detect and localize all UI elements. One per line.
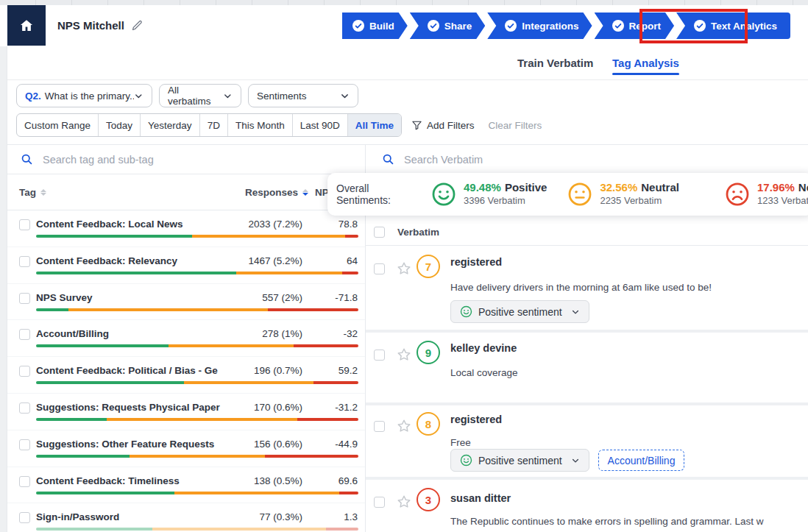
tag-row[interactable]: Content Feedback: Timeliness138 (0.5%)69…: [0, 467, 365, 504]
verbatim-search-row: [366, 145, 808, 174]
bar-negative-segment: [268, 308, 358, 311]
tag-score: 64: [347, 255, 358, 266]
date-range-all-time[interactable]: All Time: [348, 114, 401, 136]
verbatim-list-header: Verbatim: [366, 219, 808, 246]
search-icon: [21, 153, 33, 166]
respondent-name: registered: [450, 256, 502, 268]
verbatim-text: Free: [450, 437, 471, 448]
verbatim-checkbox[interactable]: [374, 263, 385, 274]
column-tag[interactable]: Tag: [19, 187, 36, 198]
tag-row[interactable]: Sign-in/Password77 (0.3%)1.3: [0, 503, 365, 532]
tag-row[interactable]: Suggestions: Other Feature Requests156 (…: [0, 430, 365, 467]
item-divider: [366, 330, 808, 333]
tag-score: -31.2: [335, 402, 358, 413]
bar-negative-segment: [326, 528, 358, 531]
favorite-star-icon[interactable]: [396, 260, 412, 280]
tab-tag-analysis[interactable]: Tag Analysis: [612, 46, 679, 79]
sentiment-percent: 32.56%: [600, 181, 637, 194]
bar-negative-segment: [265, 455, 358, 458]
clear-filters-button[interactable]: Clear Filters: [489, 120, 542, 131]
bar-negative-segment: [339, 492, 358, 494]
question-dropdown[interactable]: Q2.What is the primary...: [16, 84, 152, 107]
row-checkbox[interactable]: [19, 402, 30, 414]
survey-title: NPS Mitchell: [57, 19, 124, 32]
happy-face-icon: [460, 454, 472, 467]
date-range-today[interactable]: Today: [99, 114, 141, 136]
bar-negative-segment: [294, 344, 358, 347]
date-range-yesterday[interactable]: Yesterday: [141, 114, 200, 136]
row-checkbox[interactable]: [19, 219, 30, 230]
step-build[interactable]: Build: [342, 13, 408, 39]
tag-score: -44.9: [335, 439, 358, 450]
sentiment-select[interactable]: Positive sentiment: [450, 300, 589, 323]
tab-train-verbatim[interactable]: Train Verbatim: [517, 46, 593, 79]
tag-row[interactable]: Content Feedback: Political / Bias - Ge1…: [0, 357, 365, 394]
tag-row[interactable]: NPS Survey557 (2%)-71.8: [0, 284, 365, 321]
sort-desc-icon[interactable]: [302, 189, 308, 196]
sentiment-bar: [36, 492, 358, 494]
row-checkbox[interactable]: [19, 366, 30, 377]
add-filters-button[interactable]: Add Filters: [411, 120, 475, 131]
tag-chip[interactable]: Account/Billing: [598, 450, 685, 471]
nps-score-badge: 9: [417, 341, 440, 364]
verbatim-checkbox[interactable]: [374, 350, 385, 361]
question-dropdown-label: Q2.What is the primary...: [25, 91, 134, 102]
row-checkbox[interactable]: [19, 512, 30, 523]
tag-name: NPS Survey: [36, 292, 248, 303]
date-range-7d[interactable]: 7D: [200, 114, 228, 136]
tag-row[interactable]: Content Feedback: Relevancy1467 (5.2%)64: [0, 247, 365, 284]
chevron-down-icon: [134, 91, 143, 101]
verbatims-dropdown[interactable]: All verbatims: [159, 84, 241, 107]
row-checkbox[interactable]: [19, 329, 30, 340]
edit-survey-icon[interactable]: [131, 20, 143, 32]
verbatim-item[interactable]: 9kelley devineLocal coverage: [366, 333, 808, 402]
verbatim-item[interactable]: 3susan ditterThe Republic continues to m…: [366, 480, 808, 532]
row-checkbox[interactable]: [19, 439, 30, 450]
verbatim-search-input[interactable]: [403, 153, 648, 166]
happy-face-icon: [460, 454, 472, 467]
favorite-star-icon[interactable]: [396, 494, 412, 513]
tag-responses: 170 (0.6%): [254, 402, 302, 413]
row-checkbox[interactable]: [19, 476, 30, 487]
step-share[interactable]: Share: [410, 13, 486, 39]
verbatim-checkbox[interactable]: [374, 421, 385, 432]
bar-neutral-segment: [68, 308, 269, 311]
bar-neutral-segment: [184, 381, 313, 384]
chevron-down-icon: [571, 308, 580, 316]
date-range-last-90d[interactable]: Last 90D: [293, 114, 348, 136]
verbatim-checkbox[interactable]: [374, 497, 385, 508]
check-circle-icon: [612, 20, 624, 32]
tag-row[interactable]: Content Feedback: Local News2033 (7.2%)7…: [0, 210, 365, 247]
sentiment-name: Negative: [798, 181, 808, 194]
home-button[interactable]: [7, 5, 46, 46]
item-divider: [366, 402, 808, 405]
tag-row[interactable]: Account/Billing278 (1%)-32: [0, 320, 365, 357]
bar-positive-segment: [36, 455, 130, 458]
sentiment-select[interactable]: Positive sentiment: [450, 449, 589, 472]
row-checkbox[interactable]: [19, 293, 30, 304]
bar-negative-segment: [297, 418, 358, 421]
sentiments-dropdown[interactable]: Sentiments: [248, 84, 358, 107]
column-responses[interactable]: Responses: [245, 187, 298, 198]
date-range-this-month[interactable]: This Month: [228, 114, 293, 136]
step-integrations[interactable]: Integrations: [487, 13, 592, 39]
sort-icon[interactable]: [40, 189, 46, 196]
add-filters-label: Add Filters: [427, 120, 475, 131]
sentiment-select-label: Positive sentiment: [478, 455, 562, 467]
tag-search-input[interactable]: [41, 153, 287, 166]
favorite-star-icon[interactable]: [396, 418, 412, 437]
nps-score-value: 3: [425, 494, 431, 506]
favorite-star-icon[interactable]: [396, 347, 412, 366]
select-all-checkbox[interactable]: [374, 227, 385, 238]
sentiment-name: Neutral: [641, 181, 679, 194]
verbatim-item[interactable]: 7registeredHave delivery drivers in the …: [366, 246, 808, 330]
date-filter-row: Custom RangeTodayYesterday7DThis MonthLa…: [16, 113, 542, 137]
tag-name: Content Feedback: Relevancy: [36, 255, 248, 266]
row-checkbox[interactable]: [19, 256, 30, 267]
tag-row[interactable]: Suggestions: Requests Physical Paper170 …: [0, 394, 365, 430]
sentiment-summary-negative: 17.96%Negative1233 Verbatim: [725, 181, 808, 208]
chevron-down-icon: [571, 308, 580, 316]
verbatim-item[interactable]: 8registeredFreePositive sentimentAccount…: [366, 406, 808, 477]
date-range-custom-range[interactable]: Custom Range: [17, 114, 99, 136]
overall-sentiments-label: Overall Sentiments:: [336, 182, 419, 206]
